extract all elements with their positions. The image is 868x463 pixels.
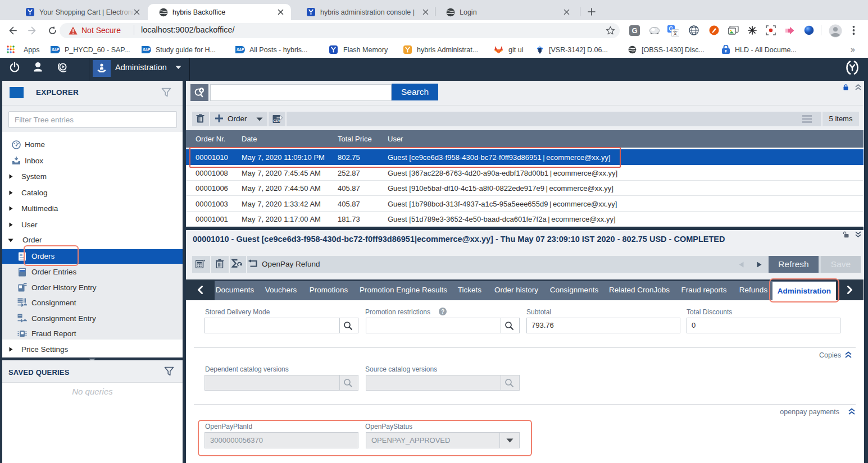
- svg-text:CSV: CSV: [274, 119, 280, 122]
- svg-text:SAP: SAP: [237, 48, 244, 52]
- svg-text:SAP: SAP: [143, 48, 151, 52]
- svg-text:SAP: SAP: [52, 48, 60, 52]
- svg-text:?: ?: [441, 309, 444, 315]
